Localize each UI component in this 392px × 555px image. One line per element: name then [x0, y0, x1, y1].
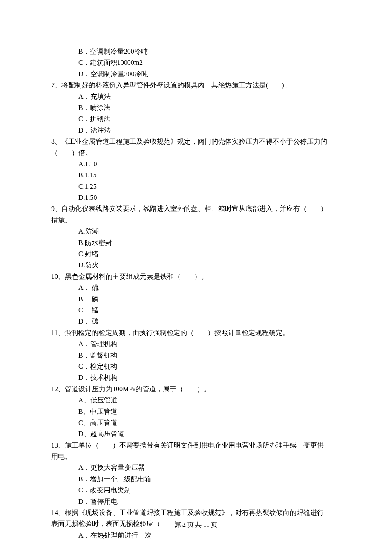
q14-option-a: A．在热处理前进行一次: [78, 530, 345, 541]
q8-option-c: C.1.25: [78, 181, 345, 192]
q12-option-d: D、超高压管道: [78, 428, 345, 439]
q8-options: A.1.10 B.1.15 C.1.25 D.1.50: [51, 159, 345, 204]
q10-stem: 10、黑色金属材料的主要组成元素是铁和（ ）。: [51, 271, 345, 282]
q7-option-d: D．浇注法: [78, 125, 345, 136]
q7-options: A．充填法 B．喷涂法 C．拼砌法 D．浇注法: [51, 91, 345, 136]
q9-stem-line1: 9、自动化仪表线路安装要求，线路进入室外的盘、柜、箱时宜从底部进入，并应有（ ）: [51, 203, 345, 214]
q11-stem: 11、强制检定的检定周期，由执行强制检定的（ ）按照计量检定规程确定。: [51, 327, 345, 338]
q9-option-b: B.防水密封: [78, 237, 345, 249]
q12-option-b: B、中压管道: [78, 406, 345, 417]
q10-option-c: C． 锰: [78, 305, 345, 316]
q11-option-b: B．监督机构: [78, 350, 345, 361]
q12-option-c: C、高压管道: [78, 417, 345, 428]
q10-option-b: B． 磷: [78, 294, 345, 305]
q6-options: B．空调制冷量200冷吨 C．建筑面积10000m2 D．空调制冷量300冷吨: [51, 46, 345, 80]
q9-option-a: A.防潮: [78, 226, 345, 237]
q13-option-d: D．暂停用电: [78, 496, 345, 507]
q7-option-a: A．充填法: [78, 91, 345, 102]
q9-stem-line2: 措施。: [51, 215, 345, 226]
q13-stem-line1: 13、施工单位（ ）不需要携带有关证明文件到供电企业用电营业场所办理手续，变更供: [51, 440, 345, 451]
q14-stem-line1: 14、根据《现场设备、工业管道焊接工程施工及验收规范》，对有再热裂纹倾向的焊缝进…: [51, 507, 345, 518]
q11-option-a: A．管理机构: [78, 338, 345, 350]
q13-option-a: A．更换大容量变压器: [78, 462, 345, 473]
q6-option-c: C．建筑面积10000m2: [78, 57, 345, 68]
q6-option-b: B．空调制冷量200冷吨: [78, 46, 345, 57]
q9-option-d: D.防火: [78, 260, 345, 271]
q11-option-c: C．检定机构: [78, 361, 345, 372]
q8-option-d: D.1.50: [78, 192, 345, 203]
q10-option-d: D． 碳: [78, 316, 345, 327]
q14-options: A．在热处理前进行一次: [51, 530, 345, 541]
q8-option-b: B.1.15: [78, 170, 345, 181]
q11-option-d: D．技术机构: [78, 372, 345, 383]
q12-stem: 12、管道设计压力为100MPa的管道，属于（ ）。: [51, 384, 345, 395]
document-page: B．空调制冷量200冷吨 C．建筑面积10000m2 D．空调制冷量300冷吨 …: [0, 0, 392, 555]
q8-stem-line1: 8、《工业金属管道工程施工及验收规范》规定，阀门的壳体实验压力不得不小于公称压力…: [51, 136, 345, 147]
q11-options: A．管理机构 B．监督机构 C．检定机构 D．技术机构: [51, 338, 345, 384]
q7-option-c: C．拼砌法: [78, 113, 345, 124]
q13-stem-line2: 用电。: [51, 451, 345, 462]
q6-option-d: D．空调制冷量300冷吨: [78, 69, 345, 80]
q13-option-b: B．增加一个二级配电箱: [78, 474, 345, 485]
q12-option-a: A、低压管道: [78, 395, 345, 406]
q9-options: A.防潮 B.防水密封 C.封堵 D.防火: [51, 226, 345, 271]
q10-options: A． 硫 B． 磷 C． 锰 D． 碳: [51, 282, 345, 327]
q8-option-a: A.1.10: [78, 159, 345, 170]
q10-option-a: A． 硫: [78, 282, 345, 293]
page-footer: 第 2 页 共 11 页: [0, 520, 392, 530]
q9-option-c: C.封堵: [78, 249, 345, 260]
q12-options: A、低压管道 B、中压管道 C、高压管道 D、超高压管道: [51, 395, 345, 440]
q7-option-b: B．喷涂法: [78, 102, 345, 113]
q13-options: A．更换大容量变压器 B．增加一个二级配电箱 C．改变用电类别 D．暂停用电: [51, 462, 345, 507]
q13-option-c: C．改变用电类别: [78, 485, 345, 496]
q8-stem-line2: （ ）倍。: [51, 147, 345, 159]
q7-stem: 7、将配制好的料液倒入异型管件外壁设置的模具内，其绝热施工方法是( )。: [51, 80, 345, 91]
